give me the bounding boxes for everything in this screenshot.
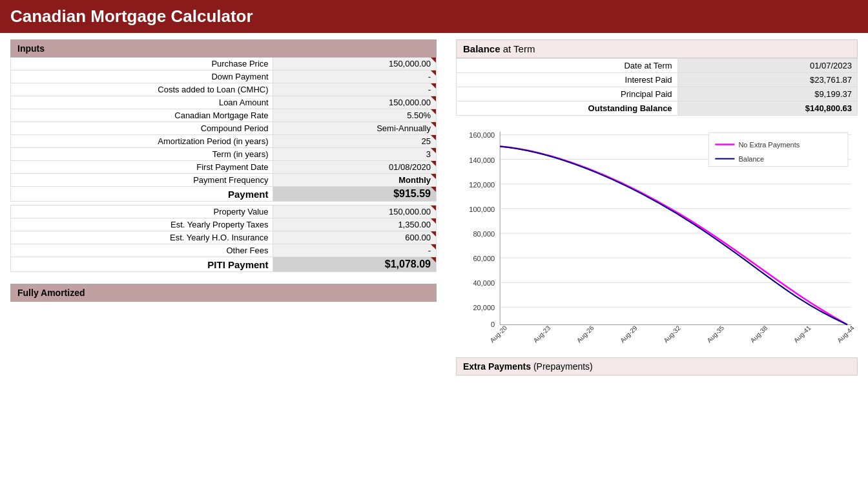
fully-amortized-header: Fully Amortized (10, 284, 437, 302)
input-row-8: First Payment Date 01/08/2020 (11, 161, 437, 174)
svg-text:Aug-44: Aug-44 (836, 324, 856, 344)
right-column: Balance at Term Date at Term 01/07/2023 … (456, 39, 858, 375)
input-label-3: Loan Amount (11, 96, 273, 109)
balance-value-2: $9,199.37 (677, 87, 857, 101)
svg-text:Aug-38: Aug-38 (749, 324, 769, 344)
input-value-0[interactable]: 150,000.00 (273, 58, 436, 70)
property-row-0: Property Value 150,000.00 (11, 206, 437, 218)
property-value-0[interactable]: 150,000.00 (273, 206, 436, 218)
no-extra-payments-line (500, 147, 847, 325)
outstanding-label: Outstanding Balance (457, 101, 678, 116)
piti-row: PITI Payment $1,078.09 (11, 257, 437, 272)
balance-row-1: Interest Paid $23,761.87 (457, 73, 858, 87)
payment-amount: $915.59 (393, 188, 431, 199)
input-row-1: Down Payment - (11, 70, 437, 83)
payment-row: Payment $915.59 (11, 187, 437, 202)
input-label-9: Payment Frequency (11, 174, 273, 187)
red-corner-icon (431, 58, 436, 63)
svg-text:Aug-29: Aug-29 (619, 324, 639, 344)
piti-amount: $1,078.09 (385, 259, 431, 270)
balance-label-2: Principal Paid (457, 87, 678, 101)
input-label-0: Purchase Price (11, 58, 273, 70)
svg-text:Aug-35: Aug-35 (706, 324, 726, 344)
input-row-4: Canadian Mortgage Rate 5.50% (11, 109, 437, 122)
property-row-1: Est. Yearly Property Taxes 1,350.00 (11, 218, 437, 231)
input-value-2[interactable]: - (273, 83, 436, 96)
extra-payments-title-bold: Extra Payments (463, 361, 531, 372)
input-value-8[interactable]: 01/08/2020 (273, 161, 436, 174)
svg-text:Aug-32: Aug-32 (662, 324, 682, 344)
balance-table: Date at Term 01/07/2023 Interest Paid $2… (456, 58, 858, 116)
property-row-2: Est. Yearly H.O. Insurance 600.00 (11, 231, 437, 244)
outstanding-balance-row: Outstanding Balance $140,800.63 (457, 101, 858, 116)
red-corner-icon (431, 148, 436, 153)
svg-text:160,000: 160,000 (469, 132, 495, 140)
svg-text:0: 0 (491, 321, 495, 328)
payment-label: Payment (11, 187, 273, 202)
red-corner-icon (431, 96, 436, 101)
piti-label: PITI Payment (11, 257, 273, 272)
svg-text:Aug-23: Aug-23 (532, 324, 552, 344)
red-corner-icon (431, 206, 436, 211)
red-corner-icon (431, 231, 436, 237)
balance-row-2: Principal Paid $9,199.37 (457, 87, 858, 101)
svg-text:140,000: 140,000 (469, 156, 495, 164)
red-corner-icon (431, 70, 436, 76)
input-value-9[interactable]: Monthly (273, 174, 436, 187)
balance-line (500, 147, 847, 325)
balance-section: Balance at Term Date at Term 01/07/2023 … (456, 39, 858, 116)
svg-text:100,000: 100,000 (469, 206, 495, 213)
red-corner-icon (431, 135, 436, 140)
input-label-8: First Payment Date (11, 161, 273, 174)
input-value-7[interactable]: 3 (273, 148, 436, 161)
property-value-2[interactable]: 600.00 (273, 231, 436, 244)
red-corner-icon (431, 187, 436, 192)
property-label-0: Property Value (11, 206, 273, 218)
red-corner-icon (431, 218, 436, 224)
input-row-9: Payment Frequency Monthly (11, 174, 437, 187)
page-title: Canadian Mortgage Calculator (10, 6, 253, 26)
input-row-7: Term (in years) 3 (11, 148, 437, 161)
red-corner-icon (431, 174, 436, 179)
input-value-3[interactable]: 150,000.00 (273, 96, 436, 109)
input-row-0: Purchase Price 150,000.00 (11, 58, 437, 70)
balance-row-0: Date at Term 01/07/2023 (457, 59, 858, 73)
input-value-5[interactable]: Semi-Annually (273, 122, 436, 135)
svg-text:20,000: 20,000 (473, 304, 495, 312)
property-value-3[interactable]: - (273, 244, 436, 257)
input-row-3: Loan Amount 150,000.00 (11, 96, 437, 109)
input-row-6: Amortization Period (in years) 25 (11, 135, 437, 148)
input-label-6: Amortization Period (in years) (11, 135, 273, 148)
chart-container: 160,000 140,000 120,000 100,000 80,000 6… (456, 122, 858, 355)
main-content: Inputs Purchase Price 150,000.00 Down Pa… (0, 33, 868, 382)
outstanding-value: $140,800.63 (677, 101, 857, 116)
property-value-1[interactable]: 1,350.00 (273, 218, 436, 231)
property-label-2: Est. Yearly H.O. Insurance (11, 231, 273, 244)
svg-text:40,000: 40,000 (473, 279, 495, 287)
svg-text:80,000: 80,000 (473, 230, 495, 238)
payment-value[interactable]: $915.59 (273, 187, 436, 202)
red-corner-icon (431, 122, 436, 127)
left-column: Inputs Purchase Price 150,000.00 Down Pa… (10, 39, 443, 375)
mortgage-chart: 160,000 140,000 120,000 100,000 80,000 6… (456, 122, 858, 355)
red-corner-piti-icon (431, 257, 436, 262)
input-row-2: Costs added to Loan (CMHC) - (11, 83, 437, 96)
property-label-3: Other Fees (11, 244, 273, 257)
svg-text:Aug-26: Aug-26 (575, 324, 595, 344)
balance-title-bold: Balance (463, 43, 501, 54)
input-label-7: Term (in years) (11, 148, 273, 161)
extra-payments-title-rest: (Prepayments) (531, 361, 593, 372)
piti-value[interactable]: $1,078.09 (273, 257, 436, 272)
input-row-5: Compound Period Semi-Annually (11, 122, 437, 135)
inputs-table: Inputs Purchase Price 150,000.00 Down Pa… (10, 39, 437, 272)
red-corner-icon (431, 109, 436, 114)
input-value-1[interactable]: - (273, 70, 436, 83)
balance-value-0: 01/07/2023 (677, 59, 857, 73)
red-corner-icon (431, 244, 436, 249)
balance-label-1: Interest Paid (457, 73, 678, 87)
svg-text:Balance: Balance (738, 155, 764, 163)
input-label-2: Costs added to Loan (CMHC) (11, 83, 273, 96)
property-label-1: Est. Yearly Property Taxes (11, 218, 273, 231)
input-value-4[interactable]: 5.50% (273, 109, 436, 122)
input-value-6[interactable]: 25 (273, 135, 436, 148)
